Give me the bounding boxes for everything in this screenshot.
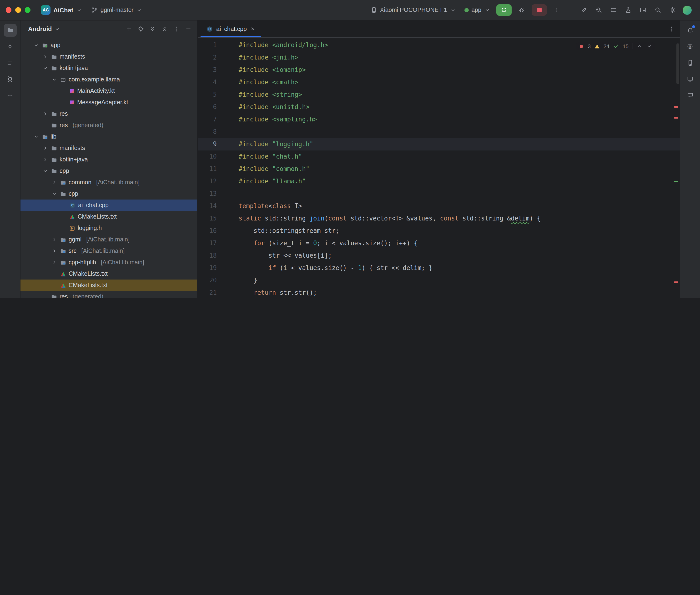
chevron-right-icon[interactable] bbox=[43, 145, 49, 151]
line-number[interactable]: 6 bbox=[198, 101, 228, 113]
profile-button[interactable] bbox=[681, 4, 693, 16]
line-number[interactable]: 1 bbox=[198, 39, 228, 51]
line-number[interactable]: 21 bbox=[198, 287, 228, 298]
line-number[interactable]: 2 bbox=[198, 51, 228, 64]
chevron-right-icon[interactable] bbox=[43, 111, 49, 117]
tree-item-res[interactable]: res bbox=[21, 108, 197, 119]
line-number[interactable]: 7 bbox=[198, 113, 228, 126]
code-line-14[interactable]: 14template<class T> bbox=[198, 200, 679, 213]
line-number[interactable]: 8 bbox=[198, 126, 228, 138]
code-line-2[interactable]: 2#include <jni.h> bbox=[198, 51, 679, 64]
code-line-16[interactable]: 16 std::ostringstream str; bbox=[198, 225, 679, 237]
line-number[interactable]: 19 bbox=[198, 262, 228, 274]
editor-tab-ai-chat-cpp[interactable]: C ai_chat.cpp bbox=[200, 21, 261, 37]
minimize-window-button[interactable] bbox=[15, 7, 21, 13]
device-selector[interactable]: Xiaomi POCOPHONE F1 bbox=[368, 5, 458, 15]
todo-list-button[interactable] bbox=[607, 4, 619, 16]
error-stripe-mark[interactable] bbox=[674, 281, 678, 283]
tree-item-cmakelists-txt[interactable]: CMakeLists.txt bbox=[21, 280, 197, 291]
tree-item-manifests[interactable]: manifests bbox=[21, 142, 197, 154]
tree-item-cmakelists-txt[interactable]: CMakeLists.txt bbox=[21, 211, 197, 222]
collapse-all-button[interactable] bbox=[159, 24, 170, 34]
chevron-down-icon[interactable] bbox=[33, 134, 39, 140]
line-number[interactable]: 10 bbox=[198, 150, 228, 163]
code-line-18[interactable]: 18 str << values[i]; bbox=[198, 250, 679, 262]
code-line-7[interactable]: 7#include <sampling.h> bbox=[198, 113, 679, 126]
success-stripe-mark[interactable] bbox=[674, 181, 678, 182]
previous-problem-icon[interactable] bbox=[637, 43, 642, 49]
next-problem-icon[interactable] bbox=[646, 43, 652, 49]
line-number[interactable]: 18 bbox=[198, 250, 228, 262]
select-opened-file-button[interactable] bbox=[135, 24, 146, 34]
commit-tool-button[interactable] bbox=[4, 40, 17, 53]
run-button[interactable] bbox=[496, 4, 511, 16]
tree-item-ai-chat-cpp[interactable]: Cai_chat.cpp bbox=[21, 200, 197, 211]
chevron-down-icon[interactable] bbox=[52, 77, 58, 82]
project-tool-button[interactable] bbox=[4, 24, 17, 37]
code-line-12[interactable]: 12#include "llama.h" bbox=[198, 175, 679, 188]
line-number[interactable]: 15 bbox=[198, 213, 228, 225]
close-icon[interactable] bbox=[250, 26, 255, 31]
code-line-11[interactable]: 11#include "common.h" bbox=[198, 163, 679, 175]
line-number[interactable]: 20 bbox=[198, 274, 228, 287]
tree-item-src[interactable]: src[AiChat.lib.main] bbox=[21, 245, 197, 257]
debug-button[interactable] bbox=[515, 4, 528, 16]
line-number[interactable]: 4 bbox=[198, 76, 228, 89]
tree-item-app[interactable]: app bbox=[21, 39, 197, 51]
line-number[interactable]: 16 bbox=[198, 225, 228, 237]
project-options-button[interactable] bbox=[171, 24, 181, 34]
line-number[interactable]: 17 bbox=[198, 237, 228, 250]
tree-item-messageadapter-kt[interactable]: MessageAdapter.kt bbox=[21, 97, 197, 108]
running-devices-tool-button[interactable] bbox=[683, 73, 696, 85]
search-code-button[interactable] bbox=[592, 4, 605, 16]
line-number[interactable]: 9 bbox=[198, 138, 228, 150]
chevron-down-icon[interactable] bbox=[33, 42, 39, 48]
chevron-down-icon[interactable] bbox=[52, 191, 58, 197]
tree-item-kotlin-java[interactable]: kotlin+java bbox=[21, 154, 197, 165]
line-number[interactable]: 12 bbox=[198, 175, 228, 188]
tree-item-common[interactable]: common[AiChat.lib.main] bbox=[21, 177, 197, 188]
gradle-tool-button[interactable]: G bbox=[683, 40, 696, 53]
experiments-button[interactable] bbox=[622, 4, 634, 16]
structure-tool-button[interactable] bbox=[4, 56, 17, 69]
stop-button[interactable] bbox=[531, 4, 547, 16]
project-view-selector[interactable]: Android bbox=[28, 25, 52, 32]
ai-assistant-tool-button[interactable] bbox=[683, 89, 696, 102]
code-line-17[interactable]: 17 for (size_t i = 0; i < values.size();… bbox=[198, 237, 679, 250]
code-line-3[interactable]: 3#include <iomanip> bbox=[198, 64, 679, 76]
more-run-actions-button[interactable] bbox=[551, 4, 563, 16]
tree-item-cmakelists-txt[interactable]: CMakeLists.txt bbox=[21, 268, 197, 280]
chevron-right-icon[interactable] bbox=[43, 157, 49, 162]
expand-all-button[interactable] bbox=[147, 24, 158, 34]
chevron-right-icon[interactable] bbox=[52, 248, 58, 254]
notifications-button[interactable] bbox=[683, 24, 696, 37]
tree-item-logging-h[interactable]: Hlogging.h bbox=[21, 222, 197, 234]
tree-item-lib[interactable]: lib bbox=[21, 131, 197, 142]
code-line-21[interactable]: 21 return str.str(); bbox=[198, 287, 679, 298]
settings-button[interactable] bbox=[666, 4, 678, 16]
inspections-widget[interactable]: 3 24 15 bbox=[576, 42, 655, 50]
close-window-button[interactable] bbox=[6, 7, 11, 13]
hide-panel-button[interactable] bbox=[183, 24, 193, 34]
vcs-branch-widget[interactable]: ggml-master bbox=[89, 5, 145, 15]
ai-edit-button[interactable] bbox=[578, 4, 590, 16]
chevron-down-icon[interactable] bbox=[43, 168, 49, 174]
error-stripe-mark[interactable] bbox=[674, 117, 678, 119]
tree-item-cpp[interactable]: cpp bbox=[21, 188, 197, 200]
tree-item-ggml[interactable]: ggml[AiChat.lib.main] bbox=[21, 234, 197, 245]
editor-scrollbar[interactable] bbox=[676, 43, 679, 84]
tree-item-cpp-httplib[interactable]: cpp-httplib[AiChat.lib.main] bbox=[21, 257, 197, 268]
code-line-19[interactable]: 19 if (i < values.size() - 1) { str << d… bbox=[198, 262, 679, 274]
tree-item-kotlin-java[interactable]: kotlin+java bbox=[21, 62, 197, 74]
line-number[interactable]: 14 bbox=[198, 200, 228, 213]
code-line-10[interactable]: 10#include "chat.h" bbox=[198, 150, 679, 163]
zoom-window-button[interactable] bbox=[25, 7, 30, 13]
more-tool-windows-button[interactable] bbox=[4, 89, 17, 102]
tree-item-res[interactable]: res(generated) bbox=[21, 291, 197, 298]
line-number[interactable]: 11 bbox=[198, 163, 228, 175]
search-everywhere-button[interactable] bbox=[651, 4, 664, 16]
error-stripe-mark[interactable] bbox=[674, 106, 678, 108]
line-number[interactable]: 3 bbox=[198, 64, 228, 76]
code-line-6[interactable]: 6#include <unistd.h> bbox=[198, 101, 679, 113]
editor-tabs-options-icon[interactable] bbox=[668, 26, 675, 32]
